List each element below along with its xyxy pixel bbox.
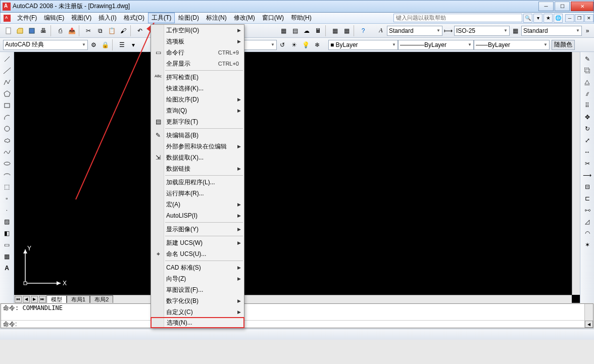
table-btn[interactable]: ▦ bbox=[329, 25, 340, 36]
lineweight-combo[interactable]: —— ByLayer▼ bbox=[474, 40, 550, 50]
help-globe[interactable]: 🌐 bbox=[554, 14, 563, 23]
doc-restore[interactable]: ❐ bbox=[575, 14, 584, 22]
workspace-lock[interactable]: 🔒 bbox=[100, 39, 111, 50]
plot-preview-button[interactable]: ⎙ bbox=[55, 25, 66, 36]
menu-item[interactable]: 选项(N)... bbox=[151, 317, 244, 328]
menu-item[interactable]: 显示图像(Y)▶ bbox=[151, 224, 244, 235]
hatch-tool[interactable]: ▨ bbox=[2, 216, 13, 227]
layout2-tab[interactable]: 布局2 bbox=[90, 295, 113, 303]
insert-block-tool[interactable]: ⬚ bbox=[2, 181, 13, 192]
style-more[interactable]: » bbox=[582, 25, 593, 36]
arc-tool[interactable] bbox=[2, 112, 13, 123]
menu-item[interactable]: 选项板▶ bbox=[151, 36, 244, 47]
tab-last[interactable]: ⏭ bbox=[39, 296, 46, 303]
extend-tool[interactable]: ⟶ bbox=[582, 170, 593, 181]
mtext-tool[interactable]: A bbox=[2, 263, 13, 274]
menu-item[interactable]: 快速选择(K)... bbox=[151, 83, 244, 94]
dimstyle-icon[interactable]: ⟼ bbox=[442, 25, 454, 36]
layout1-tab[interactable]: 布局1 bbox=[67, 295, 90, 303]
menu-item[interactable]: AutoLISP(I)▶ bbox=[151, 210, 244, 221]
trim-tool[interactable]: ✂ bbox=[582, 158, 593, 169]
copy-tool[interactable]: ⿻ bbox=[582, 65, 593, 76]
spline-tool[interactable] bbox=[2, 146, 13, 158]
markup-button[interactable]: ☁ bbox=[301, 25, 312, 36]
break-at-tool[interactable]: ⊟ bbox=[582, 181, 593, 192]
help-button[interactable]: ? bbox=[358, 25, 369, 36]
tablestyle-combo[interactable]: Standard▼ bbox=[521, 26, 582, 36]
layer-off[interactable]: 💡 bbox=[300, 39, 311, 50]
doc-minimize[interactable]: ─ bbox=[565, 14, 574, 22]
menu-item[interactable]: 运行脚本(R)... bbox=[151, 188, 244, 199]
menu-item[interactable]: 数据提取(X)...⇲ bbox=[151, 152, 244, 163]
menu-file[interactable]: 文件(F) bbox=[14, 13, 40, 23]
join-tool[interactable]: ⧟ bbox=[582, 204, 593, 216]
menu-item[interactable]: 外部参照和块在位编辑▶ bbox=[151, 141, 244, 152]
command-input[interactable]: 命令: bbox=[1, 320, 584, 328]
vertical-scrollbar[interactable] bbox=[572, 52, 580, 295]
menu-item[interactable]: 命名 UCS(U)...⌖ bbox=[151, 248, 244, 259]
help-star[interactable]: ★ bbox=[543, 14, 553, 23]
revcloud-tool[interactable] bbox=[2, 135, 13, 146]
menu-item[interactable]: 查询(Q)▶ bbox=[151, 105, 244, 116]
stretch-tool[interactable]: ↔ bbox=[582, 146, 593, 158]
chamfer-tool[interactable]: ◿ bbox=[582, 216, 593, 227]
array-tool[interactable]: ⠿ bbox=[582, 100, 593, 111]
menu-item[interactable]: 加载应用程序(L)... bbox=[151, 177, 244, 188]
menu-item[interactable]: 向导(Z)▶ bbox=[151, 273, 244, 284]
doc-close[interactable]: ✕ bbox=[584, 14, 593, 22]
menu-item[interactable]: 数字化仪(B)▶ bbox=[151, 295, 244, 306]
help-search-input[interactable] bbox=[393, 14, 522, 22]
region-tool[interactable]: ▭ bbox=[2, 239, 13, 250]
xline-tool[interactable] bbox=[2, 65, 13, 76]
undo-button[interactable]: ↶ bbox=[134, 25, 145, 36]
menu-item[interactable]: 绘图次序(D)▶ bbox=[151, 94, 244, 105]
explode-tool[interactable]: ✶ bbox=[582, 239, 593, 250]
textstyle-icon[interactable]: A bbox=[375, 25, 386, 36]
menu-item[interactable]: 自定义(C)▶ bbox=[151, 306, 244, 318]
paste-button[interactable]: 📋 bbox=[106, 25, 117, 36]
maximize-button[interactable]: ☐ bbox=[555, 2, 570, 11]
menu-item[interactable]: 块编辑器(B)✎ bbox=[151, 130, 244, 141]
model-tab[interactable]: 模型 bbox=[46, 295, 67, 303]
scale-tool[interactable]: ⤢ bbox=[582, 135, 593, 146]
close-button[interactable]: ✕ bbox=[571, 2, 593, 11]
layer-previous[interactable]: ↺ bbox=[277, 39, 288, 50]
menu-window[interactable]: 窗口(W) bbox=[259, 13, 287, 23]
menu-modify[interactable]: 修改(M) bbox=[230, 13, 259, 23]
qcalc-button[interactable]: 🖩 bbox=[313, 25, 324, 36]
dimstyle-combo[interactable]: ISO-25▼ bbox=[454, 26, 510, 36]
command-window[interactable]: 命令: COMMANDLINE 命令: ◀ bbox=[1, 303, 593, 328]
menu-item[interactable]: 全屏显示CTRL+0 bbox=[151, 58, 244, 69]
tab-first[interactable]: ⏮ bbox=[15, 296, 22, 303]
textstyle-combo[interactable]: Standard▼ bbox=[387, 26, 442, 36]
copy-button[interactable]: ⧉ bbox=[94, 25, 106, 36]
help-search-button[interactable]: 🔍 bbox=[523, 14, 532, 23]
menu-item[interactable]: 命令行▭CTRL+9 bbox=[151, 47, 244, 58]
menu-tools[interactable]: 工具(T) bbox=[148, 13, 175, 23]
menu-edit[interactable]: 编辑(E) bbox=[40, 13, 68, 23]
offset-tool[interactable]: ⫽ bbox=[582, 88, 593, 99]
cmd-scroll-left[interactable]: ◀ bbox=[585, 321, 593, 328]
tab-next[interactable]: ▶ bbox=[31, 296, 38, 303]
point-tool[interactable]: · bbox=[2, 204, 13, 216]
make-block-tool[interactable]: ▫ bbox=[2, 193, 13, 204]
table-tool[interactable]: ▦ bbox=[2, 251, 13, 262]
linetype-combo[interactable]: ———— ByLayer▼ bbox=[398, 40, 474, 50]
menu-item[interactable]: 宏(A)▶ bbox=[151, 199, 244, 210]
matchprop-button[interactable]: 🖌 bbox=[118, 25, 129, 36]
rect-tool[interactable] bbox=[2, 100, 13, 111]
circle-tool[interactable] bbox=[2, 123, 13, 134]
drawing-canvas[interactable]: X Y ⏮ ◀ ▶ ⏭ 模型 布局1 布局2 bbox=[14, 52, 580, 303]
menu-item[interactable]: 草图设置(F)... bbox=[151, 284, 244, 295]
tool-palette-button[interactable]: ▤ bbox=[289, 25, 301, 36]
erase-tool[interactable]: ✎ bbox=[582, 54, 593, 65]
menu-item[interactable]: 新建 UCS(W)▶ bbox=[151, 237, 244, 248]
menu-item[interactable]: 拼写检查(E)ᴬᴮᶜ bbox=[151, 72, 244, 83]
move-tool[interactable]: ✥ bbox=[582, 112, 593, 123]
menu-item[interactable]: 工作空间(O)▶ bbox=[151, 25, 244, 36]
open-button[interactable] bbox=[15, 25, 26, 36]
menu-format[interactable]: 格式(O) bbox=[120, 13, 148, 23]
menu-help[interactable]: 帮助(H) bbox=[287, 13, 315, 23]
gradient-tool[interactable]: ◧ bbox=[2, 228, 13, 239]
cut-button[interactable]: ✂ bbox=[83, 25, 94, 36]
